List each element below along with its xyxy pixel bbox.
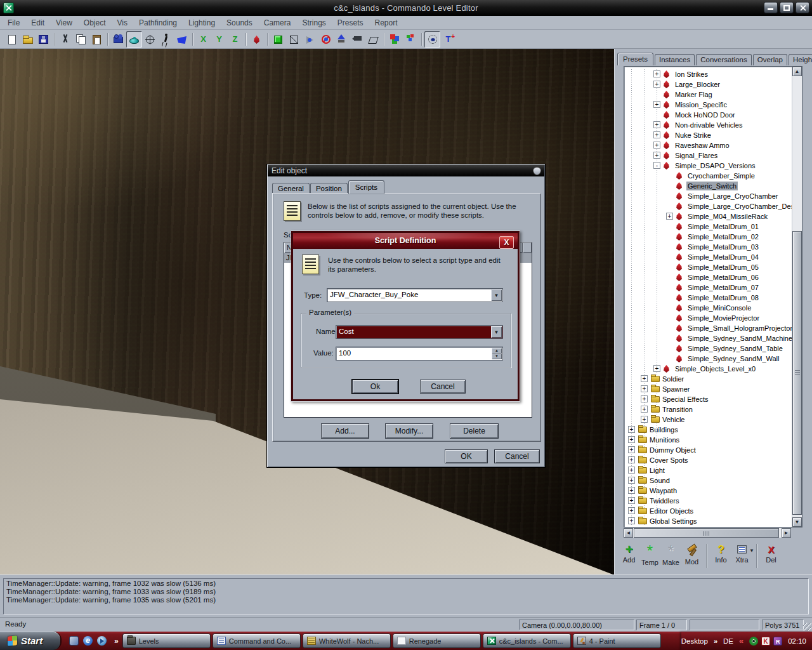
vertical-scroll-thumb[interactable] xyxy=(792,231,802,515)
tab-position[interactable]: Position xyxy=(310,183,348,194)
scroll-right-icon[interactable]: ► xyxy=(782,528,791,538)
action-temp-button[interactable]: Temp xyxy=(639,543,660,566)
tree-item-simple-metaldrum-02[interactable]: Simple_MetalDrum_02 xyxy=(624,232,792,242)
menu-vis[interactable]: Vis xyxy=(112,17,133,29)
expand-plus-icon[interactable]: + xyxy=(628,477,635,484)
column-header-spare[interactable] xyxy=(523,242,532,253)
media-player-icon[interactable] xyxy=(97,636,107,646)
expand-plus-icon[interactable]: + xyxy=(628,446,635,453)
expand-plus-icon[interactable]: + xyxy=(641,375,648,382)
expand-plus-icon[interactable]: + xyxy=(653,81,660,88)
expand-plus-icon[interactable]: + xyxy=(628,456,635,463)
script-type-combobox[interactable]: JFW_Character_Buy_Poke ▼ xyxy=(327,288,503,302)
action-mod-button[interactable]: Mod xyxy=(681,543,702,566)
menu-file[interactable]: File xyxy=(2,17,25,29)
edit-object-ok-button[interactable]: OK xyxy=(445,449,488,463)
kaspersky-icon[interactable] xyxy=(761,637,770,646)
tree-item-simple-miniconsole[interactable]: Simple_MiniConsole xyxy=(624,303,792,313)
camera-spectate-button[interactable] xyxy=(350,31,365,48)
tree-item-special-effects[interactable]: +Special Effects xyxy=(624,394,792,404)
tree-item-raveshaw-ammo[interactable]: +Raveshaw Ammo xyxy=(624,140,792,150)
expand-plus-icon[interactable]: + xyxy=(628,497,635,504)
menu-camera[interactable]: Camera xyxy=(258,17,297,29)
tree-item-simple-sydney-sandm-table[interactable]: Simple_Sydney_SandM_Table xyxy=(624,343,792,354)
paste-button[interactable] xyxy=(89,31,105,48)
edit-object-cancel-button[interactable]: Cancel xyxy=(494,449,540,463)
tree-item-soldier[interactable]: +Soldier xyxy=(624,374,792,384)
tab-presets[interactable]: Presets xyxy=(617,53,653,65)
expand-plus-icon[interactable]: + xyxy=(628,517,635,524)
dialog-close-icon[interactable]: X xyxy=(499,236,514,249)
menu-pathfinding[interactable]: Pathfinding xyxy=(133,17,183,29)
tab-overlap[interactable]: Overlap xyxy=(753,54,787,65)
expand-plus-icon[interactable]: + xyxy=(666,213,673,220)
tree-item-marker-flag[interactable]: Marker Flag xyxy=(624,90,792,100)
render-mode-button[interactable] xyxy=(126,31,142,48)
tree-item-simple-metaldrum-04[interactable]: Simple_MetalDrum_04 xyxy=(624,252,792,262)
task-4-paint[interactable]: 4 - Paint xyxy=(573,633,661,648)
tree-item-simple-metaldrum-06[interactable]: Simple_MetalDrum_06 xyxy=(624,272,792,282)
dropdown-arrow-icon[interactable]: ▼ xyxy=(749,548,754,554)
tab-conversations[interactable]: Conversations xyxy=(696,54,752,65)
task-whitewolf-nach[interactable]: WhiteWolf - Nach... xyxy=(303,633,391,648)
task-renegade[interactable]: Renegade xyxy=(393,633,481,648)
tree-vertical-scrollbar[interactable]: ▲ ▼ xyxy=(792,67,802,527)
action-make-button[interactable]: Make xyxy=(660,543,681,566)
gizmo-rotate-button[interactable] xyxy=(142,31,158,48)
axis-z-button[interactable]: Z xyxy=(227,31,243,48)
action-xtra-button[interactable]: ▼Xtra xyxy=(731,543,752,564)
tray-collapse-icon[interactable]: « xyxy=(739,636,743,646)
scroll-down-icon[interactable]: ▼ xyxy=(792,517,802,527)
quick-launch-overflow-icon[interactable]: » xyxy=(114,637,119,646)
tree-item-simple-m04-missilerack[interactable]: +Simple_M04_MissileRack xyxy=(624,211,792,222)
tree-item-simple-sydney-sandm-machine[interactable]: Simple_Sydney_SandM_Machine xyxy=(624,333,792,343)
messenger-icon[interactable] xyxy=(773,637,782,646)
cut-button[interactable] xyxy=(57,31,73,48)
expand-plus-icon[interactable]: + xyxy=(641,406,648,413)
tab-heightfield[interactable]: Heightfield xyxy=(789,54,812,65)
script-cancel-button[interactable]: Cancel xyxy=(420,380,466,394)
delete-script-button[interactable]: Delete xyxy=(450,423,499,439)
tree-item-simple-dsapo-versions[interactable]: -Simple_DSAPO_Versions xyxy=(624,161,792,171)
tree-item-simple-small-hologramprojector[interactable]: Simple_Small_HologramProjector xyxy=(624,323,792,333)
menu-report[interactable]: Report xyxy=(369,17,403,29)
scroll-left-icon[interactable]: ◄ xyxy=(624,528,633,538)
axis-y-button[interactable]: Y xyxy=(211,31,227,48)
tree-item-simple-objects-level-x0[interactable]: +Simple_Objects_Level_x0 xyxy=(624,364,792,374)
tree-item-cryochamber-simple[interactable]: Cryochamber_Simple xyxy=(624,171,792,181)
antivirus-eye-icon[interactable] xyxy=(749,637,758,646)
script-ok-button[interactable]: Ok xyxy=(352,380,398,394)
tab-general[interactable]: General xyxy=(272,183,310,194)
resize-grip[interactable] xyxy=(803,623,811,631)
expand-plus-icon[interactable]: + xyxy=(628,426,635,433)
menu-lighting[interactable]: Lighting xyxy=(183,17,221,29)
desktop-overflow-icon[interactable]: » xyxy=(714,637,717,645)
menu-edit[interactable]: Edit xyxy=(25,17,50,29)
tree-item-waypath[interactable]: +Waypath xyxy=(624,486,792,496)
app-shortcut-icon[interactable] xyxy=(69,636,79,646)
axis-x-button[interactable]: X xyxy=(195,31,211,48)
script-definition-titlebar[interactable]: Script Definition X xyxy=(293,233,518,249)
menu-view[interactable]: View xyxy=(50,17,78,29)
expand-plus-icon[interactable]: + xyxy=(628,436,635,443)
modify-script-button[interactable]: Modify... xyxy=(385,423,433,439)
copy-button[interactable] xyxy=(73,31,89,48)
edit-object-dialog-titlebar[interactable]: Edit object xyxy=(268,165,544,176)
spinner-down-icon[interactable]: ▼ xyxy=(492,354,502,359)
waypath-flag-button[interactable] xyxy=(174,31,190,48)
menu-sounds[interactable]: Sounds xyxy=(221,17,258,29)
task-command-and-co[interactable]: Command and Co... xyxy=(213,633,301,648)
tree-item-simple-movieprojector[interactable]: Simple_MovieProjector xyxy=(624,313,792,323)
expand-plus-icon[interactable]: + xyxy=(628,507,635,514)
desktop-toolbar-label[interactable]: Desktop xyxy=(681,637,708,645)
tree-item-signal-flares[interactable]: +Signal_Flares xyxy=(624,150,792,161)
tree-item-munitions[interactable]: +Munitions xyxy=(624,435,792,445)
tree-item-non-drivable-vehicles[interactable]: +Non-drivable Vehicles xyxy=(624,120,792,130)
maximize-button[interactable] xyxy=(780,2,794,13)
tree-item-dummy-object[interactable]: +Dummy Object xyxy=(624,445,792,455)
vis-disabled-button[interactable] xyxy=(318,31,334,48)
open-folder-button[interactable] xyxy=(20,31,36,48)
vis-eye-button[interactable] xyxy=(302,31,318,48)
tree-item-simple-metaldrum-03[interactable]: Simple_MetalDrum_03 xyxy=(624,242,792,252)
language-indicator[interactable]: DE xyxy=(723,637,733,645)
